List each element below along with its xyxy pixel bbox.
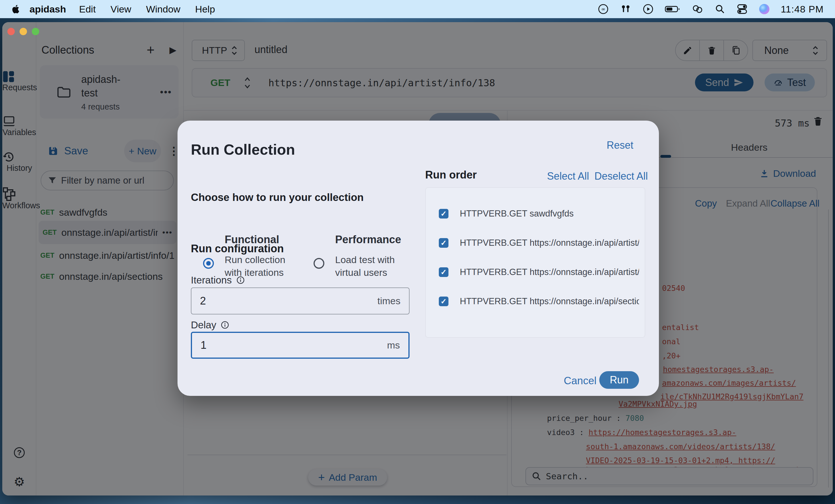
link-chain-icon[interactable] <box>692 4 704 15</box>
choose-heading: Choose how to run your collection <box>191 192 364 204</box>
menu-view[interactable]: View <box>110 4 131 15</box>
dialog-title: Run Collection <box>191 141 295 158</box>
iterations-input[interactable]: 2 times <box>191 288 410 314</box>
radio-functional[interactable] <box>203 258 214 269</box>
delay-label: Delay <box>191 319 229 331</box>
reset-button[interactable]: Reset <box>607 139 633 151</box>
app-window: Requests Variables History Workflows ? ⚙ <box>2 22 833 496</box>
menu-help[interactable]: Help <box>195 4 215 15</box>
run-order-item: ✓ HTTPVERB.GET https://onnstage.in/api/a… <box>439 237 639 249</box>
deselect-all-button[interactable]: Deselect All <box>594 170 648 182</box>
radio-performance[interactable] <box>313 258 324 269</box>
siri-icon[interactable] <box>759 4 769 14</box>
run-button[interactable]: Run <box>599 371 639 389</box>
checkbox-checked[interactable]: ✓ <box>439 297 448 306</box>
svg-text:∞: ∞ <box>601 6 606 12</box>
menu-app-name[interactable]: apidash <box>29 4 66 15</box>
info-icon <box>236 276 245 285</box>
checkbox-checked[interactable]: ✓ <box>439 238 448 248</box>
menu-bar: apidash Edit View Window Help ∞ 11:48 PM <box>0 0 835 18</box>
airpods-icon[interactable] <box>620 4 631 15</box>
option-performance-label[interactable]: Performance <box>335 234 401 246</box>
run-order-item: ✓ HTTPVERB.GET https://onnstage.in/api/s… <box>439 296 639 307</box>
delay-input[interactable]: 1 ms <box>191 332 410 359</box>
run-order-list: ✓ HTTPVERB.GET sawdfvgfds ✓ HTTPVERB.GET… <box>425 187 645 338</box>
minimize-button[interactable] <box>20 28 27 35</box>
iterations-label: Iterations <box>191 274 245 286</box>
run-order-item: ✓ HTTPVERB.GET https://onnstage.in/api/a… <box>439 267 639 278</box>
config-heading: Run configuration <box>191 243 284 255</box>
info-icon <box>221 321 229 329</box>
spotlight-search-icon[interactable] <box>715 4 725 14</box>
menu-window[interactable]: Window <box>146 4 180 15</box>
menu-clock[interactable]: 11:48 PM <box>781 4 823 15</box>
control-center-icon[interactable] <box>736 4 748 15</box>
creative-cloud-icon[interactable]: ∞ <box>598 4 609 15</box>
zoom-button[interactable] <box>32 28 39 35</box>
option-performance-desc: Load test with virtual users <box>335 253 395 279</box>
select-all-button[interactable]: Select All <box>547 170 589 182</box>
run-order-item: ✓ HTTPVERB.GET sawdfvgfds <box>439 208 639 219</box>
close-button[interactable] <box>7 28 15 35</box>
checkbox-checked[interactable]: ✓ <box>439 209 448 218</box>
battery-icon[interactable] <box>665 4 680 15</box>
run-collection-dialog: Run Collection Reset Choose how to run y… <box>178 121 659 396</box>
apple-menu-icon[interactable] <box>12 3 21 15</box>
checkbox-checked[interactable]: ✓ <box>439 267 448 277</box>
run-order-label: Run order <box>425 169 477 181</box>
window-controls <box>7 28 39 35</box>
play-menu-icon[interactable] <box>643 4 653 15</box>
menu-edit[interactable]: Edit <box>79 4 96 15</box>
cancel-button[interactable]: Cancel <box>564 375 596 387</box>
